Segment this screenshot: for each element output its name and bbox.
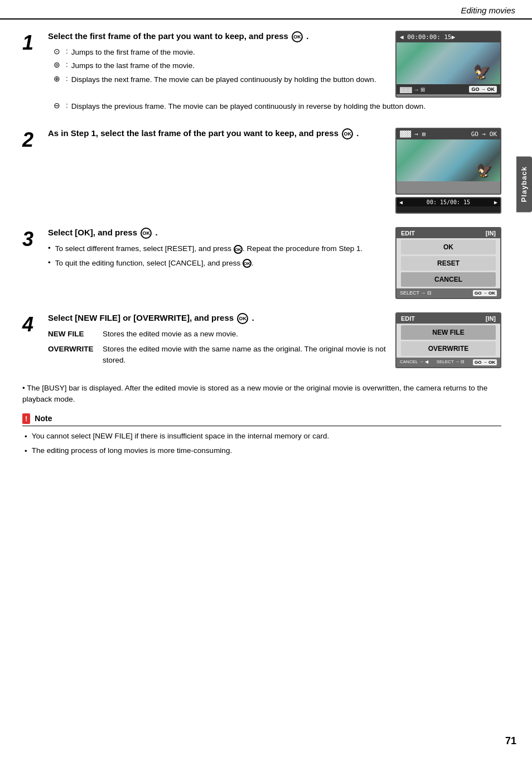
step-1-camera-screen: ◀ 00:00:00: 15▶ 🦅 ▓▓▓ → ⊞ GO → OK [395,31,501,98]
screen-video-area-2a: 🦅 [396,139,500,181]
step-3-content: Select [OK], and press OK . • To select … [48,227,501,299]
screen-video-area-1: 🦅 [396,42,500,84]
menu-footer-3: SELECT → ⊟ GO → OK [396,288,500,298]
step-2-content: As in Step 1, select the last frame of t… [48,128,501,214]
timecode-arrows-left: ◀ [399,199,403,205]
step-4-content: Select [NEW FILE] or [OVERWRITE], and pr… [48,312,501,369]
note-section: ! Note • You cannot select [NEW FILE] if… [22,413,501,457]
menu-header-right-4: [IN] [486,315,496,322]
step-2-number: 2 [22,130,42,214]
go-ok-button-2a: GO → OK [471,131,497,138]
step-3-bullet-2: • To quit the editing function, select [… [48,258,388,269]
step-2-block: 2 As in Step 1, select the last frame of… [22,128,501,214]
note-bullet-1: • You cannot select [NEW FILE] if there … [25,431,501,442]
step-1-icon-row-2: ⊚ : Jumps to the last frame of the movie… [48,60,388,71]
step-4-menu: EDIT [IN] NEW FILE OVERWRITE CANCEL → ◀ … [388,312,501,368]
step-3-bullet-1: • To select different frames, select [RE… [48,243,388,254]
go-ok-button-1: GO → OK [469,86,497,93]
top-bar: Editing movies [0,0,532,20]
ok-inline-icon-1: OK [234,245,243,254]
step-1-icon-row-3: ⊕ : Displays the next frame. The movie c… [48,74,388,85]
step-4-block: 4 Select [NEW FILE] or [OVERWRITE], and … [22,312,501,369]
timecode-arrows-right: ▶ [494,199,497,205]
menu-item-overwrite[interactable]: OVERWRITE [401,341,496,356]
step-4-option-overwrite: OVERWRITE Stores the edited movie with t… [48,344,388,367]
note-title: Note [35,414,52,423]
menu-item-new-file[interactable]: NEW FILE [401,325,496,340]
menu-item-cancel[interactable]: CANCEL [401,272,496,287]
page-number: 71 [505,735,516,747]
ok-button-icon-2: OK [342,128,353,139]
step-4-title: Select [NEW FILE] or [OVERWRITE], and pr… [48,312,388,324]
screen-timecode-2: ◀ 00: 15/00: 15 ▶ [396,198,500,206]
menu-footer-4: CANCEL → ◀ SELECT → ⊟ GO → OK [396,358,500,367]
new-file-label: NEW FILE [48,329,98,340]
busy-note: • The [BUSY] bar is displayed. After the… [22,383,501,406]
menu-footer-go-ok-4: GO → OK [473,359,497,365]
timecode-text: ◀ 00:00:00: 15▶ [400,33,455,41]
overwrite-desc: Stores the edited movie with the same na… [103,344,388,367]
menu-item-ok[interactable]: OK [401,240,496,254]
overwrite-label: OVERWRITE [48,344,98,367]
menu-header-right-3: [IN] [486,230,496,237]
step-2-camera-screen-2: ◀ 00: 15/00: 15 ▶ [395,197,501,214]
main-content: 1 Select the first frame of the part you… [0,20,532,471]
note-bullet-2: • The editing process of long movies is … [25,445,501,457]
screen-bottom-left-1: ▓▓▓ → ⊞ [400,86,425,93]
menu-header-left-4: EDIT [401,315,415,322]
step-1-icon-row-1: ⊙ : Jumps to the first frame of the movi… [48,47,388,58]
note-header: ! Note [22,413,501,426]
side-tab-playback: Playback [516,156,532,212]
ok-inline-icon-2: OK [243,259,252,268]
menu-item-reset[interactable]: RESET [401,256,496,271]
ok-button-icon-3: OK [141,228,152,239]
step-2-camera-screen-1: ▓▓▓ → ⊞ GO → OK 🦅 [395,128,501,195]
timecode-value: 00: 15/00: 15 [427,199,470,205]
step-4-number: 4 [22,315,42,369]
step-3-number: 3 [22,229,42,299]
step-4-menu-screen: EDIT [IN] NEW FILE OVERWRITE CANCEL → ◀ … [395,312,501,368]
step-1-title: Select the first frame of the part you w… [48,31,388,42]
screen-top-row-2a: ▓▓▓ → ⊞ GO → OK [396,129,500,139]
note-bullets: • You cannot select [NEW FILE] if there … [22,431,501,457]
page-title: Editing movies [461,6,515,15]
step-2-title: As in Step 1, select the last frame of t… [48,128,388,139]
step-3-title: Select [OK], and press OK . [48,227,388,239]
screen-top-bottom-left-2a: ▓▓▓ → ⊞ [400,131,425,138]
menu-footer-go-ok-3: GO → OK [473,290,497,296]
step-1-symbol-4: ⊖ [48,101,66,110]
screen-bottom-row-1: ▓▓▓ → ⊞ GO → OK [396,84,500,94]
step-1-symbol-1: ⊙ [48,47,66,56]
step-1-symbol-3: ⊕ [48,74,66,83]
step-3-menu-screen: EDIT [IN] OK RESET CANCEL SELECT → ⊟ GO … [395,227,501,299]
step-1-screen: ◀ 00:00:00: 15▶ 🦅 ▓▓▓ → ⊞ GO → OK [388,31,501,98]
menu-header-3: EDIT [IN] [396,228,500,238]
ok-button-icon: OK [292,31,303,42]
new-file-desc: Stores the edited movie as a new movie. [103,329,388,340]
step-1-symbol-2: ⊚ [48,60,66,69]
step-3-block: 3 Select [OK], and press OK . • To selec… [22,227,501,299]
menu-header-left-3: EDIT [401,230,415,237]
screen-top-timecode: ◀ 00:00:00: 15▶ [396,32,500,42]
ok-button-icon-4: OK [237,313,248,324]
menu-footer-cancel-4: CANCEL → ◀ [400,359,428,365]
step-4-option-new-file: NEW FILE Stores the edited movie as a ne… [48,329,388,340]
step-1-number: 1 [22,33,42,114]
step-3-menu: EDIT [IN] OK RESET CANCEL SELECT → ⊟ GO … [388,227,501,299]
page-container: Editing movies Playback 1 Select the fir… [0,0,532,757]
menu-footer-select-4: SELECT → ⊟ [437,359,465,365]
step-1-block: 1 Select the first frame of the part you… [22,31,501,114]
step-1-content: Select the first frame of the part you w… [48,31,501,114]
note-exclamation-icon: ! [22,413,30,424]
menu-header-4: EDIT [IN] [396,314,500,324]
step-1-icon-row-4: ⊖ : Displays the previous frame. The mov… [48,101,501,112]
menu-footer-select-3: SELECT → ⊟ [400,290,432,296]
step-2-screens: ▓▓▓ → ⊞ GO → OK 🦅 ◀ [388,128,501,214]
